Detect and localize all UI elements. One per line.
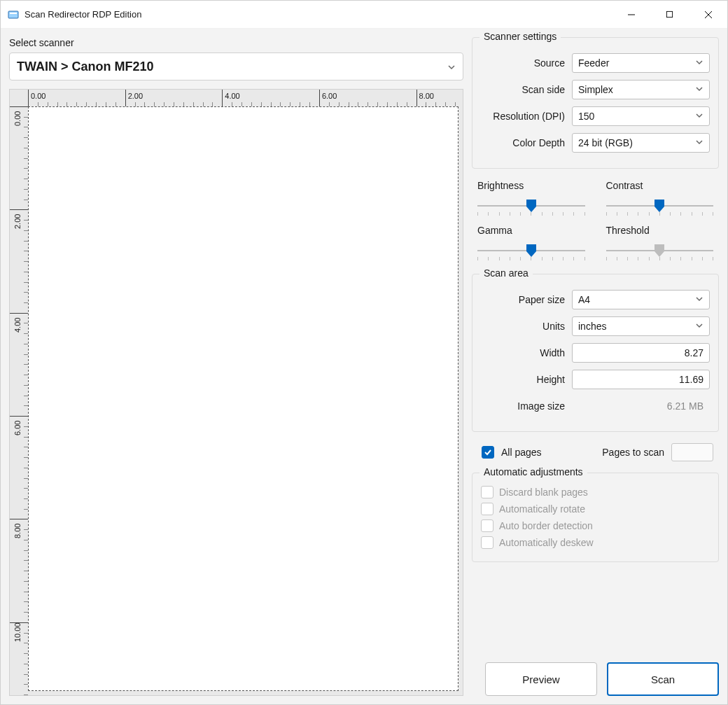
gamma-thumb[interactable] [526,244,536,257]
auto-adjustments-group: Automatic adjustments Discard blank page… [472,473,719,562]
auto-adjustments-legend: Automatic adjustments [479,466,587,477]
scan-area-group: Scan area Paper size A4 Units inches [472,274,719,432]
chevron-down-icon [695,321,704,332]
titlebar: Scan Redirector RDP Edition [1,1,727,29]
source-label: Source [481,57,565,69]
auto-checkbox-0 [481,486,493,498]
image-size-label: Image size [481,400,565,412]
width-label: Width [481,347,565,358]
brightness-thumb[interactable] [526,200,536,212]
gamma-slider-block: Gamma [477,225,585,263]
right-pane: Scanner settings Source Feeder Scan side… [472,29,727,704]
scanner-settings-group: Scanner settings Source Feeder Scan side… [472,37,719,169]
app-icon [8,9,19,20]
gamma-slider[interactable] [477,244,585,263]
color-depth-select[interactable]: 24 bit (RGB) [572,133,710,153]
brightness-slider-block: Brightness [477,180,585,218]
threshold-thumb [654,244,664,257]
units-label: Units [481,321,565,332]
chevron-down-icon [695,57,704,69]
ruler-vertical: 0.002.004.006.008.0010.00 [10,106,28,695]
svg-rect-0 [8,11,18,18]
chevron-down-icon [695,84,704,95]
auto-item-0: Discard blank pages [481,486,710,498]
paper-size-select[interactable]: A4 [572,290,710,309]
auto-checkbox-1 [481,503,493,515]
preview-area[interactable]: 0.002.004.006.008.00 0.002.004.006.008.0… [9,89,463,696]
maximize-button[interactable] [650,1,689,29]
image-size-value: 6.21 MB [572,396,710,416]
scan-side-label: Scan side [481,84,565,95]
width-input[interactable]: 8.27 [572,343,710,363]
pages-row: All pages Pages to scan [472,440,719,464]
main-window: Scan Redirector RDP Edition Select scann… [0,0,728,705]
auto-label-0: Discard blank pages [499,487,588,498]
height-input[interactable]: 11.69 [572,370,710,389]
preview-button[interactable]: Preview [485,662,597,696]
sliders-panel: BrightnessContrastGammaThreshold [472,177,719,265]
select-scanner-label: Select scanner [9,37,463,48]
auto-item-2: Auto border detection [481,519,710,532]
threshold-slider [606,244,714,263]
contrast-label: Contrast [606,180,714,191]
close-button[interactable] [689,1,727,29]
threshold-slider-block: Threshold [606,225,714,263]
auto-checkbox-2 [481,519,493,532]
auto-label-3: Automatically deskew [499,537,594,548]
content: Select scanner TWAIN > Canon MF210 0.002… [1,29,727,704]
chevron-down-icon [695,294,704,305]
left-pane: Select scanner TWAIN > Canon MF210 0.002… [1,29,472,704]
scan-button[interactable]: Scan [607,662,719,696]
window-controls [612,1,727,29]
units-select[interactable]: inches [572,316,710,336]
minimize-button[interactable] [612,1,650,29]
brightness-label: Brightness [477,180,585,191]
page-preview[interactable] [28,106,458,691]
pages-to-scan-label: Pages to scan [602,447,664,458]
all-pages-label: All pages [501,447,542,458]
source-select[interactable]: Feeder [572,53,710,73]
svg-rect-3 [666,11,672,17]
auto-item-3: Automatically deskew [481,536,710,549]
svg-rect-1 [10,13,17,14]
color-depth-label: Color Depth [481,137,565,148]
scanner-settings-legend: Scanner settings [479,31,561,42]
contrast-slider-block: Contrast [606,180,714,218]
auto-label-2: Auto border detection [499,520,593,531]
threshold-label: Threshold [606,225,714,236]
all-pages-checkbox[interactable] [482,446,494,459]
scanner-dropdown[interactable]: TWAIN > Canon MF210 [9,53,463,81]
pages-to-scan-input[interactable] [671,443,713,461]
contrast-thumb[interactable] [654,200,664,212]
ruler-horizontal: 0.002.004.006.008.00 [28,90,463,106]
scan-area-legend: Scan area [479,267,533,279]
chevron-down-icon [695,111,704,122]
auto-item-1: Automatically rotate [481,503,710,515]
paper-size-label: Paper size [481,294,565,305]
scanner-dropdown-value: TWAIN > Canon MF210 [17,60,447,74]
auto-checkbox-3 [481,536,493,549]
height-label: Height [481,374,565,385]
gamma-label: Gamma [477,225,585,236]
bottom-buttons: Preview Scan [472,648,719,696]
auto-label-1: Automatically rotate [499,503,585,515]
chevron-down-icon [447,62,456,71]
brightness-slider[interactable] [477,200,585,218]
resolution-label: Resolution (DPI) [481,111,565,122]
chevron-down-icon [695,137,704,148]
resolution-select[interactable]: 150 [572,106,710,126]
window-title: Scan Redirector RDP Edition [24,9,612,20]
scan-side-select[interactable]: Simplex [572,80,710,99]
contrast-slider[interactable] [606,200,714,218]
